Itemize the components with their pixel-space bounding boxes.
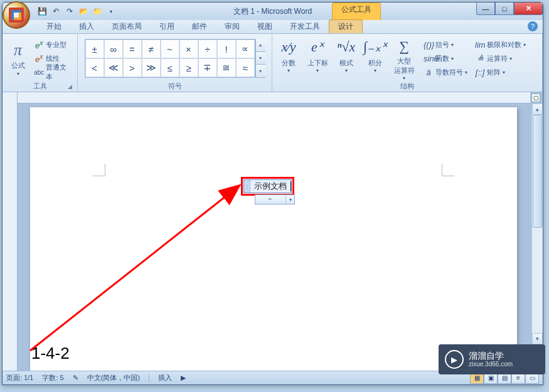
normal-text-button[interactable]: abc普通文本 (32, 66, 75, 79)
page[interactable]: ⋮ 示例文档 ⠒ ▾ (30, 107, 517, 371)
group-structures: x⁄y分数▾eˣ上下标▾ⁿ√x根式▾∫₋ₓˣ积分▾∑大型运算符▾{()}括号 ▾… (272, 34, 543, 92)
office-button[interactable] (3, 2, 30, 29)
symbol-cell[interactable]: ≅ (217, 58, 236, 77)
chevron-down-icon: ▾ (374, 68, 376, 73)
tab-插入[interactable]: 插入 (70, 20, 103, 33)
equation-container[interactable]: ⋮ 示例文档 (243, 179, 292, 193)
symbol-cell[interactable]: = (123, 40, 142, 58)
struct-导数符号[interactable]: ä导数符号 ▾ (422, 66, 469, 79)
tab-视图[interactable]: 视图 (248, 20, 281, 33)
struct-大型运算符[interactable]: ∑大型运算符▾ (390, 36, 418, 81)
annotation-arrow (18, 181, 250, 357)
tab-开始[interactable]: 开始 (38, 20, 70, 33)
struct-icon: ∫₋ₓˣ (363, 36, 387, 58)
symbol-cell[interactable]: ∓ (198, 58, 217, 77)
symbol-cell[interactable]: ≈ (236, 58, 255, 77)
professional-button[interactable]: ex专业型 (32, 38, 75, 51)
help-icon[interactable]: ? (528, 21, 538, 31)
undo-icon[interactable]: ↶ (50, 6, 61, 17)
spin-down-icon[interactable]: ▾ (256, 52, 265, 65)
pi-icon: π (14, 41, 22, 60)
status-page[interactable]: 页面: 1/1 (6, 373, 33, 383)
watermark-url: zixue.3d66.com (469, 361, 513, 368)
symbol-cell[interactable]: ! (217, 40, 236, 58)
struct-上下标[interactable]: eˣ上下标▾ (304, 36, 331, 81)
struct-icon: ∑ (399, 36, 409, 56)
chevron-down-icon[interactable]: ▾ (285, 195, 294, 204)
symbol-cell[interactable]: × (179, 40, 198, 58)
macro-icon[interactable]: ▶ (181, 374, 186, 382)
symbol-cell[interactable]: ~ (161, 40, 179, 58)
struct-极限和对数[interactable]: lim极限和对数 ▾ (473, 38, 528, 51)
struct-icon: ä (424, 68, 434, 77)
spin-more-icon[interactable]: ▾ (256, 65, 265, 78)
margin-marker-tr (442, 164, 454, 176)
ribbon: π 公式 ▾ ex专业型 ex线性 abc普通文本 工具◢ ±∞=≠~×÷!∝<… (3, 34, 543, 92)
equation-text[interactable]: 示例文档 (250, 181, 290, 192)
play-icon: ▶ (445, 350, 464, 369)
symbol-spinner[interactable]: ▴ ▾ ▾ (255, 39, 265, 78)
folder-icon[interactable]: 📁 (92, 6, 103, 17)
document-area: ▢ ⋮ 示例文档 ⠒ ▾ ▴ (3, 92, 543, 371)
struct-函数[interactable]: sinθ函数 ▾ (422, 52, 469, 65)
ruler-vertical[interactable] (3, 92, 18, 371)
struct-icon: sinθ (424, 54, 434, 63)
chevron-down-icon: ▾ (316, 68, 319, 73)
equation-options-menu[interactable]: ⠒ ▾ (255, 194, 295, 204)
tab-审阅[interactable]: 审阅 (216, 20, 248, 33)
struct-矩阵[interactable]: [::]矩阵 ▾ (473, 66, 528, 79)
equation-button[interactable]: π 公式 ▾ (5, 36, 31, 80)
symbol-cell[interactable]: < (85, 58, 104, 77)
tab-邮件[interactable]: 邮件 (183, 20, 216, 33)
vertical-scrollbar[interactable]: ▴ ▾ ▴ ◦ ▾ (531, 103, 543, 371)
chevron-down-icon: ▾ (503, 70, 505, 75)
equation-handle-icon[interactable]: ⋮ (244, 180, 250, 193)
symbol-cell[interactable]: ≥ (179, 58, 198, 77)
save-icon[interactable]: 💾 (36, 6, 48, 17)
scroll-track[interactable] (532, 115, 543, 333)
status-mode[interactable]: 插入 (158, 373, 172, 383)
chevron-down-icon: ▾ (523, 42, 526, 48)
scroll-up-icon[interactable]: ▴ (532, 103, 543, 115)
symbol-cell[interactable]: ± (85, 40, 104, 58)
struct-括号[interactable]: {()}括号 ▾ (422, 38, 469, 51)
scroll-down-icon[interactable]: ▾ (532, 333, 543, 344)
minimize-button[interactable]: — (476, 3, 495, 15)
ruler-horizontal[interactable] (18, 92, 530, 103)
struct-icon: eˣ (311, 36, 324, 58)
close-button[interactable]: ✕ (514, 3, 543, 15)
struct-icon: x⁄y (281, 36, 296, 58)
text-cursor (290, 181, 291, 191)
chevron-down-icon: ▾ (451, 56, 454, 61)
symbol-cell[interactable]: ≪ (104, 58, 123, 77)
tab-引用[interactable]: 引用 (151, 20, 183, 33)
scroll-thumb[interactable] (533, 115, 542, 228)
tab-设计[interactable]: 设计 (329, 19, 363, 33)
symbol-cell[interactable]: ≤ (161, 58, 179, 77)
launcher-icon[interactable]: ◢ (66, 83, 73, 91)
struct-根式[interactable]: ⁿ√x根式▾ (333, 36, 360, 81)
tab-开发工具[interactable]: 开发工具 (281, 20, 329, 33)
maximize-button[interactable]: □ (495, 3, 514, 15)
symbol-cell[interactable]: ∞ (104, 40, 123, 58)
titlebar: 💾 ↶ ↷ 📂 📁 ▾ 文档 1 - Microsoft Word 公式工具 —… (3, 3, 543, 20)
proofing-icon[interactable]: ✎ (73, 374, 78, 382)
tab-页面布局[interactable]: 页面布局 (103, 20, 151, 33)
qat-dropdown-icon[interactable]: ▾ (105, 6, 117, 17)
equation-placeholder-icon: ⠒ (255, 195, 285, 204)
ruler-toggle[interactable]: ▢ (531, 93, 540, 102)
struct-运算符[interactable]: ≜运算符 ▾ (473, 52, 528, 65)
status-words[interactable]: 字数: 5 (42, 373, 63, 383)
symbol-cell[interactable]: ≫ (142, 58, 161, 77)
symbol-cell[interactable]: > (123, 58, 142, 77)
struct-分数[interactable]: x⁄y分数▾ (275, 36, 302, 81)
redo-icon[interactable]: ↷ (64, 6, 75, 17)
chevron-down-icon: ▾ (345, 68, 348, 73)
symbol-cell[interactable]: ≠ (142, 40, 161, 58)
status-language[interactable]: 中文(简体，中国) (87, 373, 140, 383)
symbol-cell[interactable]: ÷ (198, 40, 217, 58)
struct-积分[interactable]: ∫₋ₓˣ积分▾ (361, 36, 389, 81)
spin-up-icon[interactable]: ▴ (256, 39, 265, 52)
symbol-cell[interactable]: ∝ (236, 40, 255, 58)
open-icon[interactable]: 📂 (78, 6, 89, 17)
